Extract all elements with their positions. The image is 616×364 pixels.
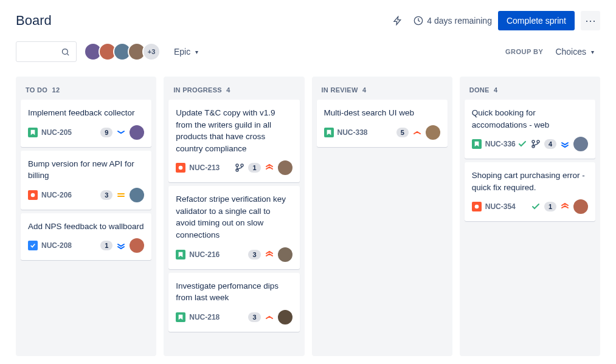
issue-card[interactable]: Update T&C copy with v1.9 from the write… [168, 100, 299, 182]
svg-point-5 [241, 164, 243, 167]
issue-card[interactable]: Implement feedback collectorNUC-2059 [21, 100, 151, 147]
story-issue-icon [176, 250, 185, 259]
story-points-badge: 3 [100, 190, 112, 200]
column-title: IN REVIEW [322, 86, 358, 94]
assignee-avatar[interactable] [573, 137, 588, 151]
column-count: 4 [226, 86, 230, 94]
assignee-avatar[interactable] [278, 160, 292, 175]
card-title: Bump version for new API for billing [28, 158, 144, 182]
issue-key: NUC-216 [189, 250, 220, 259]
assignee-avatar[interactable] [130, 238, 144, 253]
svg-point-2 [31, 193, 35, 197]
bug-issue-icon [472, 202, 482, 211]
card-title: Add NPS feedback to wallboard [28, 221, 144, 233]
priority-lowest-icon [560, 139, 570, 149]
story-points-badge: 3 [248, 250, 260, 259]
svg-point-10 [474, 205, 479, 209]
kanban-board: TO DO 12Implement feedback collectorNUC-… [16, 77, 600, 356]
search-input[interactable] [16, 41, 77, 62]
done-check-icon [531, 202, 541, 211]
svg-point-4 [236, 164, 238, 167]
card-title: Quick booking for accomodations - web [472, 107, 588, 131]
column-title: DONE [469, 86, 490, 94]
bug-issue-icon [28, 190, 38, 200]
column-title: IN PROGRESS [173, 86, 222, 94]
card-title: Investigate perfomance dips from last we… [176, 280, 292, 304]
card-title: Multi-dest search UI web [324, 107, 440, 119]
story-points-badge: 9 [100, 128, 112, 137]
story-points-badge: 5 [396, 128, 409, 137]
svg-point-3 [179, 166, 183, 170]
task-issue-icon [28, 241, 38, 250]
priority-high-icon [265, 312, 274, 322]
more-menu-button[interactable]: ⋯ [581, 11, 600, 30]
svg-point-1 [63, 49, 68, 54]
issue-key: NUC-354 [485, 202, 516, 211]
story-issue-icon [28, 128, 38, 137]
story-issue-icon [176, 312, 185, 322]
priority-medium-icon [116, 190, 126, 200]
assignee-avatar[interactable] [130, 188, 144, 202]
issue-key: NUC-218 [189, 313, 220, 321]
bug-issue-icon [176, 163, 185, 173]
priority-highest-icon [265, 250, 274, 259]
issue-card[interactable]: Quick booking for accomodations - webNUC… [465, 100, 595, 159]
issue-key: NUC-205 [41, 128, 72, 137]
column-header: IN REVIEW 4 [317, 81, 448, 100]
issue-card[interactable]: Multi-dest search UI webNUC-3385 [317, 100, 448, 147]
priority-high-icon [412, 128, 422, 137]
search-icon [61, 47, 70, 57]
assignee-avatar[interactable] [278, 310, 292, 325]
avatar-overflow[interactable]: +3 [142, 43, 161, 61]
issue-card[interactable]: Investigate perfomance dips from last we… [168, 273, 299, 332]
group-by-dropdown[interactable]: Choices ▾ [549, 43, 600, 60]
priority-lowest-icon [116, 241, 126, 250]
priority-highest-icon [265, 163, 274, 173]
story-points-badge: 3 [248, 312, 260, 322]
issue-key: NUC-206 [41, 191, 72, 199]
chevron-down-icon: ▾ [591, 49, 594, 55]
done-check-icon [517, 139, 527, 149]
card-title: Implement feedback collector [28, 107, 144, 119]
time-remaining: 4 days remaining [414, 16, 492, 26]
column-header: IN PROGRESS 4 [168, 81, 299, 100]
card-title: Refactor stripe verification key validat… [176, 193, 292, 241]
story-points-badge: 1 [248, 163, 260, 173]
issue-card[interactable]: Bump version for new API for billingNUC-… [21, 151, 151, 210]
column-header: DONE 4 [465, 81, 595, 100]
story-points-badge: 1 [544, 202, 556, 211]
clock-icon [414, 16, 423, 26]
story-issue-icon [324, 128, 334, 137]
issue-key: NUC-213 [189, 163, 220, 172]
column-count: 4 [494, 86, 497, 94]
issue-card[interactable]: Refactor stripe verification key validat… [168, 186, 299, 269]
story-points-badge: 1 [100, 241, 112, 250]
story-issue-icon [472, 139, 482, 149]
column-count: 12 [52, 86, 60, 94]
epic-filter-dropdown[interactable]: Epic ▾ [168, 43, 204, 60]
priority-highest-icon [560, 202, 570, 211]
assignee-avatar[interactable] [278, 247, 292, 262]
page-title: Board [16, 13, 52, 29]
board-column: DONE 4Quick booking for accomodations - … [460, 77, 600, 356]
branch-icon [235, 163, 244, 173]
story-points-badge: 4 [544, 139, 556, 149]
priority-low-icon [116, 128, 126, 137]
bolt-icon[interactable] [388, 11, 407, 30]
column-count: 4 [362, 86, 366, 94]
issue-card[interactable]: Shoping cart purchasing error - quick fi… [465, 162, 595, 221]
board-column: IN REVIEW 4Multi-dest search UI webNUC-3… [312, 77, 452, 356]
svg-point-8 [537, 140, 539, 143]
issue-card[interactable]: Add NPS feedback to wallboardNUC-2081 [21, 213, 151, 261]
issue-key: NUC-336 [485, 140, 516, 148]
group-by-label: GROUP BY [505, 48, 543, 55]
svg-point-7 [532, 140, 535, 143]
board-column: TO DO 12Implement feedback collectorNUC-… [16, 77, 156, 356]
assignee-avatar[interactable] [573, 199, 588, 214]
assignee-avatar[interactable] [130, 125, 144, 140]
complete-sprint-button[interactable]: Complete sprint [498, 11, 575, 30]
assignee-filter-avatars[interactable]: +3 [84, 43, 161, 61]
card-title: Shoping cart purchasing error - quick fi… [472, 170, 588, 193]
assignee-avatar[interactable] [426, 125, 440, 140]
column-title: TO DO [26, 86, 47, 94]
